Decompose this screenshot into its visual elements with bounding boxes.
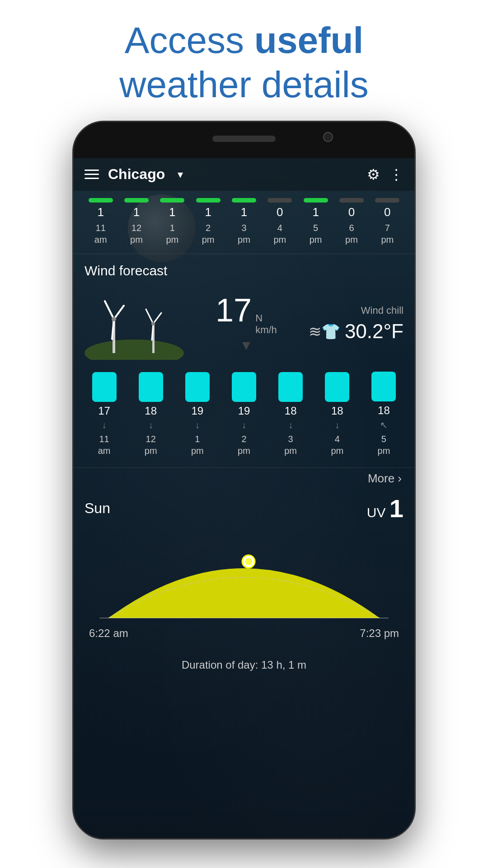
uv-bar-item: 0 6pm: [333, 198, 369, 245]
wind-dir-arrow: ↓: [242, 420, 246, 430]
wind-speed-val: 18: [331, 405, 343, 417]
uv-bar: [124, 198, 149, 203]
more-button[interactable]: More ›: [368, 472, 402, 486]
uv-bar-item: 1 1pm: [155, 198, 190, 245]
wind-speed-val: 17: [98, 405, 110, 417]
wind-turbines-illustration: [84, 288, 184, 360]
wind-dir-arrow: ↖: [380, 420, 388, 430]
uv-bar: [267, 198, 292, 203]
svg-point-10: [151, 322, 155, 326]
uv-bar: [339, 198, 364, 203]
svg-point-13: [245, 558, 252, 565]
uv-bars-row: 1 11am 1 12pm 1 1pm 1 2pm 1 3pm 0 4pm 1 …: [83, 198, 405, 245]
turbines-svg: [84, 288, 184, 360]
svg-line-2: [105, 301, 114, 319]
wind-forecast-section: Wind forecast: [74, 254, 414, 367]
uv-time: 3pm: [238, 222, 250, 245]
wind-unit-label: km/h: [255, 324, 277, 336]
wind-bar-item: 19 ↓ 1pm: [174, 372, 221, 457]
uv-bar: [196, 198, 221, 203]
uv-value: 1: [169, 205, 175, 219]
uv-value: 1: [241, 205, 247, 219]
wind-speed-value: 17: [216, 294, 252, 326]
uv-time: 12pm: [130, 222, 143, 245]
uv-prefix: UV: [367, 505, 386, 520]
city-dropdown-icon[interactable]: ▾: [178, 168, 183, 181]
app-screen: Chicago ▾ ⚙ ⋮ 1 11am 1 12pm 1 1pm 1 2pm: [74, 158, 414, 838]
uv-time: 7pm: [381, 222, 394, 245]
wind-speed-bar: [278, 372, 303, 402]
settings-icon[interactable]: ⚙: [367, 166, 380, 183]
uv-time: 5pm: [310, 222, 322, 245]
wind-dir-arrow: ↓: [335, 420, 339, 430]
menu-icon[interactable]: [84, 170, 99, 179]
wind-time: 2pm: [238, 433, 250, 457]
uv-value: 1: [312, 205, 319, 219]
header-bold-text: useful: [254, 19, 363, 61]
wind-dir-arrow: ↓: [195, 420, 200, 430]
wind-speed-bar: [139, 372, 163, 402]
page-header: Access useful weather details: [83, 0, 405, 121]
wind-unit-dir: N km/h: [255, 312, 277, 336]
sunrise-label: 6:22 am: [89, 627, 128, 640]
uv-bar-item: 0 4pm: [262, 198, 298, 245]
header-line2-text: weather details: [119, 64, 369, 105]
wind-speed-val: 18: [378, 404, 390, 417]
header-line1-text: Access: [125, 19, 254, 61]
uv-bar-item: 1 5pm: [298, 198, 333, 245]
uv-bar-item: 1 2pm: [190, 198, 226, 245]
duration-label: Duration of day:: [182, 659, 258, 671]
wind-speed-val: 18: [285, 405, 297, 417]
wind-forecast-title: Wind forecast: [84, 263, 404, 278]
uv-value: 1: [133, 205, 140, 219]
wind-speed-val: 19: [238, 405, 250, 417]
svg-line-8: [153, 313, 161, 324]
speaker-grille: [212, 136, 276, 142]
wind-bar-item: 18 ↖ 5pm: [361, 372, 407, 457]
bixby-button: [414, 276, 416, 330]
wind-chill-icon: ≋👕: [309, 322, 340, 340]
uv-index-value: 1: [389, 494, 404, 523]
sun-label: Sun: [84, 500, 110, 517]
svg-point-5: [112, 317, 116, 321]
wind-direction-arrow: ▼: [239, 338, 253, 353]
wind-speed-bar: [325, 372, 349, 402]
wind-time: 4pm: [331, 433, 343, 457]
uv-time: 11am: [94, 222, 107, 245]
wind-bar-item: 19 ↓ 2pm: [221, 372, 267, 457]
uv-value: 1: [97, 205, 103, 219]
uv-bar-item: 0 7pm: [370, 198, 405, 245]
uv-bar: [304, 198, 328, 203]
wind-bar-item: 17 ↓ 11am: [81, 372, 127, 457]
duration-value: 13 h, 1 m: [261, 659, 306, 671]
phone-shell: Chicago ▾ ⚙ ⋮ 1 11am 1 12pm 1 1pm 1 2pm: [72, 121, 416, 840]
wind-speed-bar: [371, 372, 396, 401]
wind-speed-bar: [185, 372, 210, 402]
wind-bar-item: 18 ↓ 3pm: [267, 372, 314, 457]
uv-value: 0: [384, 205, 390, 219]
uv-value: 0: [348, 205, 355, 219]
svg-line-7: [146, 309, 153, 324]
svg-point-0: [84, 340, 184, 360]
wind-bar-item: 18 ↓ 12pm: [127, 372, 174, 457]
wind-speed-row: 17 N km/h: [216, 294, 277, 336]
wind-time: 1pm: [191, 433, 204, 457]
front-camera: [323, 132, 333, 142]
sun-times-row: 6:22 am 7:23 pm: [84, 627, 404, 640]
wind-speed-val: 18: [145, 405, 157, 417]
overflow-menu-icon[interactable]: ⋮: [389, 166, 404, 183]
uv-time: 6pm: [345, 222, 358, 245]
wind-chill-block: Wind chill ≋👕 30.2°F: [309, 305, 404, 343]
wind-speed-bar: [232, 372, 256, 402]
wind-chill-value: 30.2°F: [345, 320, 404, 343]
wind-bar-item: 18 ↓ 4pm: [314, 372, 361, 457]
wind-timeline-section: 17 ↓ 11am 18 ↓ 12pm 19 ↓ 1pm 19 ↓ 2pm 18…: [74, 367, 414, 467]
wind-direction-label: N: [255, 312, 263, 324]
city-label[interactable]: Chicago: [108, 166, 165, 183]
uv-timeline-section: 1 11am 1 12pm 1 1pm 1 2pm 1 3pm 0 4pm 1 …: [74, 191, 414, 254]
nav-bar: Chicago ▾ ⚙ ⋮: [74, 158, 414, 191]
uv-value: 1: [205, 205, 211, 219]
nav-right: ⚙ ⋮: [367, 166, 404, 183]
wind-time: 3pm: [284, 433, 297, 457]
uv-bar: [375, 198, 399, 203]
